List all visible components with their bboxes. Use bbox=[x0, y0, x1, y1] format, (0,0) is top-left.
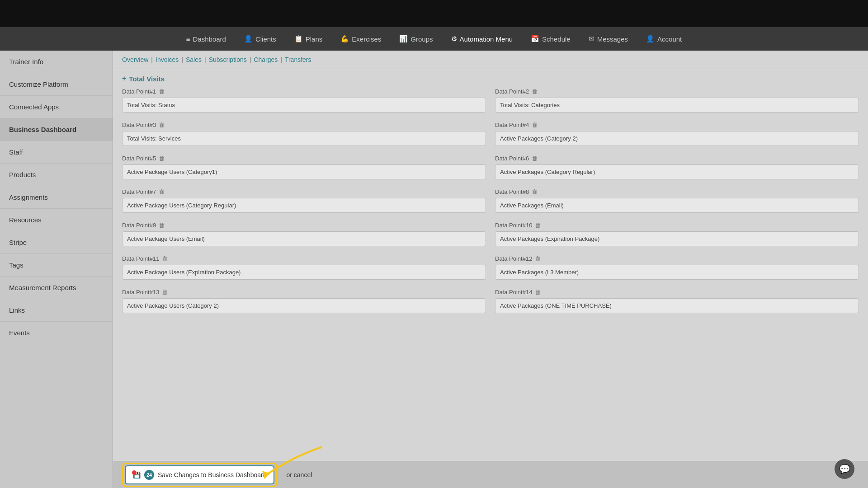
sidebar-item-stripe[interactable]: Stripe bbox=[0, 231, 113, 254]
data-point-3-label: Data Point#3 bbox=[122, 122, 156, 128]
sidebar-item-business-dashboard[interactable]: Business Dashboard bbox=[0, 118, 113, 141]
nav-plans[interactable]: 📋 Plans bbox=[294, 35, 323, 43]
plus-icon: + bbox=[122, 75, 126, 83]
trash-icon-3[interactable]: 🗑 bbox=[159, 122, 165, 128]
data-point-label-7: Data Point#7 🗑 bbox=[122, 188, 486, 195]
nav-dashboard-label: Dashboard bbox=[193, 35, 226, 43]
sidebar: Trainer Info Customize Platform Connecte… bbox=[0, 51, 113, 488]
data-point-5-input[interactable] bbox=[122, 164, 486, 179]
data-point-12-input[interactable] bbox=[495, 265, 859, 280]
sidebar-item-events[interactable]: Events bbox=[0, 322, 113, 344]
data-point-8-label: Data Point#8 bbox=[495, 188, 529, 195]
sidebar-item-staff[interactable]: Staff bbox=[0, 141, 113, 164]
trash-icon-10[interactable]: 🗑 bbox=[535, 222, 541, 229]
data-point-7-label: Data Point#7 bbox=[122, 188, 156, 195]
sub-nav-subscriptions[interactable]: Subscriptions bbox=[209, 56, 247, 63]
data-point-col-4: Data Point#4 🗑 bbox=[495, 122, 859, 146]
nav-schedule[interactable]: 📅 Schedule bbox=[531, 35, 571, 43]
trash-icon-2[interactable]: 🗑 bbox=[532, 88, 538, 95]
data-point-label-9: Data Point#9 🗑 bbox=[122, 222, 486, 229]
data-row-1: Data Point#1 🗑 Data Point#2 🗑 bbox=[122, 88, 859, 113]
data-row-2: Data Point#3 🗑 Data Point#4 🗑 bbox=[122, 122, 859, 146]
nav-groups-label: Groups bbox=[410, 35, 433, 43]
data-point-col-6: Data Point#6 🗑 bbox=[495, 155, 859, 179]
trash-icon-12[interactable]: 🗑 bbox=[535, 255, 541, 262]
nav-messages-label: Messages bbox=[597, 35, 628, 43]
data-point-3-input[interactable] bbox=[122, 131, 486, 146]
sidebar-item-customize-platform[interactable]: Customize Platform bbox=[0, 73, 113, 96]
nav-plans-label: Plans bbox=[306, 35, 323, 43]
trash-icon-8[interactable]: 🗑 bbox=[532, 188, 538, 195]
nav-exercises[interactable]: 💪 Exercises bbox=[340, 35, 381, 43]
nav-exercises-label: Exercises bbox=[352, 35, 381, 43]
trash-icon-5[interactable]: 🗑 bbox=[159, 155, 165, 162]
data-point-14-label: Data Point#14 bbox=[495, 289, 532, 296]
data-point-13-input[interactable] bbox=[122, 298, 486, 313]
sub-nav-overview[interactable]: Overview bbox=[122, 56, 148, 63]
nav-dashboard[interactable]: ≡ Dashboard bbox=[186, 35, 226, 43]
trash-icon-9[interactable]: 🗑 bbox=[159, 222, 165, 229]
data-point-13-label: Data Point#13 bbox=[122, 289, 159, 296]
sub-nav-charges[interactable]: Charges bbox=[254, 56, 278, 63]
data-point-4-input[interactable] bbox=[495, 131, 859, 146]
sidebar-item-links[interactable]: Links bbox=[0, 299, 113, 322]
sidebar-item-assignments[interactable]: Assignments bbox=[0, 186, 113, 209]
sub-nav-sales[interactable]: Sales bbox=[186, 56, 202, 63]
data-point-col-11: Data Point#11 🗑 bbox=[122, 255, 486, 280]
sub-nav: Overview | Invoices | Sales | Subscripti… bbox=[113, 51, 868, 69]
data-point-8-input[interactable] bbox=[495, 198, 859, 213]
nav-account[interactable]: 👤 Account bbox=[646, 35, 682, 43]
nav-clients-label: Clients bbox=[255, 35, 276, 43]
data-point-label-8: Data Point#8 🗑 bbox=[495, 188, 859, 195]
data-point-2-input[interactable] bbox=[495, 98, 859, 113]
data-point-6-input[interactable] bbox=[495, 164, 859, 179]
sub-nav-transfers[interactable]: Transfers bbox=[285, 56, 311, 63]
sidebar-item-products[interactable]: Products bbox=[0, 164, 113, 186]
data-point-7-input[interactable] bbox=[122, 198, 486, 213]
total-visits-link[interactable]: Total Visits bbox=[129, 75, 165, 83]
data-point-label-4: Data Point#4 🗑 bbox=[495, 122, 859, 128]
sub-nav-invoices[interactable]: Invoices bbox=[156, 56, 179, 63]
data-row-4: Data Point#7 🗑 Data Point#8 🗑 bbox=[122, 188, 859, 213]
plans-icon: 📋 bbox=[294, 35, 303, 43]
sidebar-item-resources[interactable]: Resources bbox=[0, 209, 113, 231]
nav-automation[interactable]: ⚙ Automation Menu bbox=[451, 35, 513, 43]
data-point-14-input[interactable] bbox=[495, 298, 859, 313]
clients-icon: 👤 bbox=[244, 35, 253, 43]
save-badge: 24 bbox=[144, 470, 154, 480]
data-point-9-input[interactable] bbox=[122, 231, 486, 246]
trash-icon-6[interactable]: 🗑 bbox=[532, 155, 538, 162]
data-point-label-12: Data Point#12 🗑 bbox=[495, 255, 859, 262]
cancel-button[interactable]: or cancel bbox=[286, 471, 312, 479]
chat-button[interactable]: 💬 bbox=[835, 459, 854, 479]
data-point-label-5: Data Point#5 🗑 bbox=[122, 155, 486, 162]
nav-account-label: Account bbox=[657, 35, 682, 43]
trash-icon-1[interactable]: 🗑 bbox=[159, 88, 165, 95]
nav-messages[interactable]: ✉ Messages bbox=[589, 35, 628, 43]
sidebar-item-tags[interactable]: Tags bbox=[0, 254, 113, 277]
trash-icon-14[interactable]: 🗑 bbox=[535, 289, 541, 296]
data-point-col-10: Data Point#10 🗑 bbox=[495, 222, 859, 246]
data-point-4-label: Data Point#4 bbox=[495, 122, 529, 128]
top-black-bar bbox=[0, 0, 868, 27]
data-point-2-label: Data Point#2 bbox=[495, 88, 529, 95]
exercises-icon: 💪 bbox=[340, 35, 349, 43]
trash-icon-4[interactable]: 🗑 bbox=[532, 122, 538, 128]
data-point-11-input[interactable] bbox=[122, 265, 486, 280]
save-changes-button[interactable]: 💾 24 Save Changes to Business Dashboard bbox=[125, 465, 274, 484]
sidebar-item-measurement-reports[interactable]: Measurement Reports bbox=[0, 277, 113, 299]
data-grid: Data Point#1 🗑 Data Point#2 🗑 bbox=[113, 88, 868, 313]
sidebar-item-trainer-info[interactable]: Trainer Info bbox=[0, 51, 113, 73]
trash-icon-7[interactable]: 🗑 bbox=[159, 188, 165, 195]
data-point-1-input[interactable] bbox=[122, 98, 486, 113]
trash-icon-11[interactable]: 🗑 bbox=[162, 255, 168, 262]
data-row-5: Data Point#9 🗑 Data Point#10 🗑 bbox=[122, 222, 859, 246]
sidebar-item-connected-apps[interactable]: Connected Apps bbox=[0, 96, 113, 118]
data-point-10-input[interactable] bbox=[495, 231, 859, 246]
nav-clients[interactable]: 👤 Clients bbox=[244, 35, 276, 43]
save-btn-wrapper: 💾 24 Save Changes to Business Dashboard bbox=[122, 463, 277, 487]
nav-groups[interactable]: 📊 Groups bbox=[399, 35, 433, 43]
data-point-col-5: Data Point#5 🗑 bbox=[122, 155, 486, 179]
save-label: Save Changes to Business Dashboard bbox=[158, 471, 266, 479]
trash-icon-13[interactable]: 🗑 bbox=[162, 289, 168, 296]
